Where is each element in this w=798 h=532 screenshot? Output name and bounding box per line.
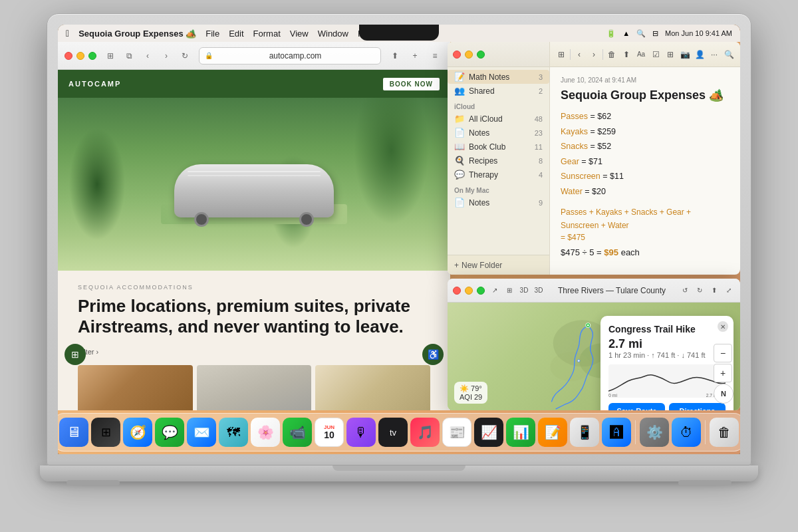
screen-share-button[interactable]: ⊞ [65,344,86,365]
notes-minimize[interactable] [465,51,473,59]
dock-pages[interactable]: 📝 [538,418,567,447]
sidebar-item-local-notes[interactable]: 📄 Notes 9 [448,196,549,209]
save-route-button[interactable]: Save Route [608,403,665,410]
dock-facetime[interactable]: 📹 [283,418,312,447]
toolbar-format-aa[interactable]: Aa [635,49,647,61]
new-tab-button[interactable]: + [406,49,424,63]
dock-iphone[interactable]: 📱 [570,418,599,447]
nav-sidebar-toggle[interactable]: ⊞ [102,49,119,63]
sidebar-item-recipes[interactable]: 🍳 Recipes 8 [448,154,549,168]
dock-podcasts[interactable]: 🎙 [346,418,376,447]
notes-date: June 10, 2024 at 9:41 AM [561,76,730,84]
sidebar-item-shared[interactable]: 👥 Shared 2 [448,84,549,98]
maps-share[interactable]: ⬆ [708,285,720,297]
search-icon[interactable]: 🔍 [636,29,646,38]
toolbar-people[interactable]: 👤 [694,49,706,61]
menu-format[interactable]: Format [253,29,281,39]
close-button[interactable] [65,52,72,60]
dock-screentime[interactable]: ⏱ [672,418,701,447]
sidebar-show[interactable]: ≡ [426,49,444,63]
dock-safari[interactable]: 🧭 [123,418,152,447]
dock-calendar[interactable]: JUN 10 [315,418,344,447]
dock: 🖥 ⊞ 🧭 💬 ✉️ 🗺 [58,413,740,452]
card-close-button[interactable]: ✕ [718,321,728,332]
notes-maximize[interactable] [477,51,485,59]
maps-maximize[interactable] [477,287,485,295]
menu-edit[interactable]: Edit [229,29,243,39]
sidebar-item-therapy[interactable]: 💬 Therapy 4 [448,168,549,182]
sidebar-item-all-icloud[interactable]: 📁 All iCloud 48 [448,112,549,126]
toolbar-more[interactable]: ··· [708,49,720,61]
nav-refresh[interactable]: ↻ [176,49,194,63]
dock-launchpad[interactable]: ⊞ [91,418,120,447]
dock-appstore[interactable]: 🅰 [602,418,631,447]
compass-rose[interactable]: N [714,384,733,404]
toolbar-search[interactable]: 🔍 [723,49,735,61]
maps-3d-icon[interactable]: 3D [518,285,530,297]
dock-messages[interactable]: 💬 [155,418,184,447]
maps-nav-icon[interactable]: ↗ [489,285,501,297]
app-name[interactable]: Sequoia Group Expenses 🏕️ [78,29,196,39]
dock-mail[interactable]: ✉️ [187,418,216,447]
dock-music[interactable]: 🎵 [410,418,440,447]
book-now-button[interactable]: BOOK NOW [383,78,440,90]
photo-thumb-1 [78,365,193,410]
dock-maps[interactable]: 🗺 [219,418,248,447]
dock-stocks[interactable]: 📈 [474,418,503,447]
new-folder-bar[interactable]: + New Folder [448,255,549,275]
windows-area: ⊞ ⧉ ‹ › ↻ 🔒 autocamp.com ⬆ [58,42,740,410]
minimize-button[interactable] [76,52,84,60]
maps-minimize[interactable] [465,287,473,295]
toolbar-checklist[interactable]: ☑ [650,49,662,61]
nav-forward[interactable]: › [158,49,175,63]
dock-photos[interactable]: 🌸 [251,418,280,447]
apple-menu[interactable]:  [66,28,69,39]
dock-appletv[interactable]: tv [378,418,408,447]
accessibility-button[interactable]: ♿ [422,344,444,365]
dock-finder[interactable]: 🖥 [59,418,88,447]
zoom-out-button[interactable]: − [714,344,732,362]
toolbar-nav-right[interactable]: › [588,49,600,61]
zoom-in-button[interactable]: + [714,364,732,382]
sidebar-item-notes[interactable]: 📄 Notes 23 [448,126,549,140]
all-icloud-icon: 📁 [454,114,465,124]
airstream-body [174,164,334,217]
toolbar-share[interactable]: ⬆ [620,49,632,61]
maps-rotate-left[interactable]: ↺ [679,285,691,297]
sidebar-item-math-notes[interactable]: 📝 Math Notes 3 [448,70,549,84]
nav-back[interactable]: ‹ [139,49,156,63]
directions-button[interactable]: Directions [669,403,726,410]
toolbar-delete[interactable]: 🗑 [606,49,618,61]
control-center-icon[interactable]: ⊟ [652,29,658,38]
dock-trash[interactable]: 🗑 [710,418,739,447]
dock-numbers[interactable]: 📊 [506,418,535,447]
menu-view[interactable]: View [290,29,309,39]
toolbar-nav-left[interactable]: ‹ [573,49,585,61]
shared-icon: 👥 [454,86,465,96]
share-button[interactable]: ⬆ [386,49,404,63]
dock-settings[interactable]: ⚙️ [640,418,669,447]
dock-news[interactable]: 📰 [442,418,471,447]
toolbar-grid-icon[interactable]: ⊞ [555,49,567,61]
new-folder-label: New Folder [462,261,502,270]
safari-address-bar[interactable]: 🔒 autocamp.com [199,47,381,65]
maximize-button[interactable] [88,52,96,60]
sidebar-item-book-club[interactable]: 📖 Book Club 11 [448,140,549,154]
notch [359,25,439,41]
maps-fullscreen[interactable]: ⤢ [723,285,735,297]
maps-rotate-right[interactable]: ↻ [694,285,706,297]
menu-file[interactable]: File [205,29,219,39]
toolbar-media[interactable]: 📷 [679,49,691,61]
therapy-count: 4 [539,171,543,179]
stocks-icon: 📈 [481,424,497,440]
toolbar-table[interactable]: ⊞ [664,49,676,61]
maps-zoom-num[interactable]: 3D [533,285,545,297]
maps-close[interactable] [453,287,461,295]
notes-window: 📝 Math Notes 3 👥 Shared 2 iCloud [448,42,740,275]
notes-close[interactable] [453,51,461,59]
trash-icon: 🗑 [718,425,731,440]
maps-grid-icon[interactable]: ⊞ [503,285,515,297]
menu-window[interactable]: Window [318,29,348,39]
recipes-icon: 🍳 [454,156,465,166]
nav-tab-overview[interactable]: ⧉ [120,49,138,63]
